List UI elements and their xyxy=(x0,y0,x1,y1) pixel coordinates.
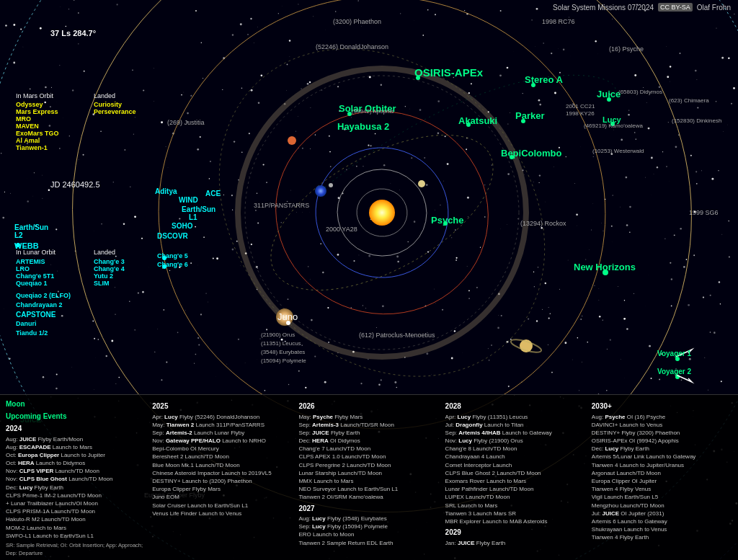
entry-swfo: SWFO-L1 Launch to Earth/Sun L1 xyxy=(6,532,146,540)
e2026-neo-surveyor: NEO Surveyor Launch to Earth/Sun L1 xyxy=(298,485,439,493)
e2028-srl: SRL Launch to Mars xyxy=(445,502,586,510)
e2030-artemis6: Artemis 6 Launch to Gateway xyxy=(592,517,732,525)
e2028-lucy-orus: Nov: Lucy Flyby (21900) Orus xyxy=(445,437,586,445)
panel-col-moon: Moon Upcoming Events 2024 Aug: JUICE Fly… xyxy=(6,399,146,556)
year-2029: 2029 xyxy=(445,528,586,538)
e2026-lunar-starship: Lunar Starship Launch/TD Moon xyxy=(298,469,439,477)
year-2024-col0: 2024 xyxy=(6,424,146,435)
e2027-ero: ERO Launch to Moon xyxy=(298,530,439,538)
e2026-psyche: May: Psyche Flyby Mars xyxy=(298,413,439,421)
e2027-lucy-polymele: Sep: Lucy Flyby (15094) Polymele xyxy=(298,523,439,530)
e2025-beresheet: Beresheet 2 Launch/TD Moon xyxy=(152,453,293,461)
e2028-exomars: Exomars Rover Launch to Mars xyxy=(445,477,586,485)
e2025-lucy-donald: Apr: Lucy Flyby (52246) DonaldJohanson xyxy=(152,413,293,421)
e2025-chinese-asteroid: Chinese Asteroid Impactor Launch to 2019… xyxy=(152,469,293,477)
e2030-tianwen4-earth: Tianwen 4 Flyby Earth xyxy=(592,533,732,541)
entry-clps-prime1: CLPS Prime-1 IM-2 Launch/TD Moon xyxy=(6,492,146,499)
e2028-lucy-leucus: Apr: Lucy Flyby (11351) Leucus xyxy=(445,413,586,421)
e2030-argonaut: Argonaut Launch/TD Moon xyxy=(592,469,732,477)
entry-mom2: MOM-2 Launch to Mars xyxy=(6,524,146,532)
e2026-juice: Sep: JUICE Flyby Earth xyxy=(298,429,439,437)
year-2026: 2026 xyxy=(298,401,439,412)
e2025-bepicolombo: Bepi-Colombo OI Mercury xyxy=(152,445,293,453)
e2025-tianwen2: May: Tianwen 2 Launch 311P/PanSTARRS xyxy=(152,421,293,429)
e2025-artemis2: Sep: Artemis-2 Launch Lunar Flyby xyxy=(152,429,293,437)
legend-text: SR: Sample Retrieval; OI: Orbit Insertio… xyxy=(6,542,146,556)
e2025-solar-cruiser: Solar Cruiser Launch to Earth/Sun L1 xyxy=(152,502,293,510)
e2028-dragonfly: Jul: Dragonfly Launch to Titan xyxy=(445,421,586,429)
e2030-tianwen4-venus: Tianwen 4 Flyby Venus xyxy=(592,485,732,493)
bottom-panel: Moon Upcoming Events 2024 Aug: JUICE Fly… xyxy=(0,394,738,560)
e2030-europa-clipper-oi: Europa Clipper OI Jupiter xyxy=(592,477,732,485)
entry-clps-viper: Nov: CLPS VIPER Launch/TD Moon xyxy=(6,467,146,475)
e2030-tianwen4-ju: Tianwen 4 Launch to Jupiter/Uranus xyxy=(592,461,732,469)
e2028-lunar-pathfinder: Lunar Pathfinder Launch/TD Moon xyxy=(445,485,586,493)
e2028-clps-blue2: CLPS Blue Ghost 2 Launch/TD Moon xyxy=(445,469,586,477)
e2026-hera: Dec: HERA OI Didymos xyxy=(298,437,439,445)
panel-col-2025: 2025 Apr: Lucy Flyby (52246) DonaldJohan… xyxy=(152,399,293,556)
e2025-blue-moon: Blue Moon Mk.1 Launch/TD Moon xyxy=(152,461,293,469)
entry-lunar-trailblazer: + Lunar Trailblazer Launch/OI Moon xyxy=(6,499,146,507)
e2030-vigil: Vigil Launch Earth/Sun L5 xyxy=(592,493,732,501)
e2030-shukrayaan: Shukrayaan Launch to Venus xyxy=(592,525,732,533)
panel-col-2030: 2030+ Aug: Psyche OI (16) Psyche DAVINCI… xyxy=(592,399,732,556)
moon-col-title: Moon xyxy=(6,399,146,410)
entry-lucy-flyby-earth: Dec: Lucy Flyby Earth xyxy=(6,484,146,492)
year-2025: 2025 xyxy=(152,401,293,412)
e2028-chandrayaan4: Chandrayaan 4 Launch xyxy=(445,453,586,461)
entry-juice-flyby: Aug: JUICE Flyby Earth/Moon xyxy=(6,435,146,443)
entry-clps-blue-ghost: Nov: CLPS Blue Ghost Launch/TD Moon xyxy=(6,475,146,483)
e2028-mbr: MBR Explorer Launch to MAB Asteroids xyxy=(445,517,586,525)
e2026-clps-peregrine: CLPS Peregrine 2 Launch/TD Moon xyxy=(298,461,439,469)
e2030-osiris-apex: OSIRIS-APEx OI (99942) Apophis xyxy=(592,437,732,445)
year-2028: 2028 xyxy=(445,401,586,412)
upcoming-events-title: Upcoming Events xyxy=(6,412,146,422)
e2026-change7: Chang'e 7 Launch/TD Moon xyxy=(298,445,439,453)
e2030-artemis5: Artemis 5/Lunar Link Launch to Gateway xyxy=(592,453,732,461)
e2026-artemis3: Sep: Artemis-3 Launch/TD/SR Moon xyxy=(298,421,439,429)
panel-col-2028: 2028 Apr: Lucy Flyby (11351) Leucus Jul:… xyxy=(445,399,586,556)
e2030-mengzhou: Mengzhou Launch/TD Moon xyxy=(592,502,732,510)
e2027-lucy-eurybates: Aug: Lucy Flyby (3548) Eurybates xyxy=(298,515,439,523)
entry-hakuto: Hakuto-R M2 Launch/TD Moon xyxy=(6,515,146,523)
e2027-tianwen2-sample: Tianwen 2 Sample Return EDL Earth xyxy=(298,539,439,547)
e2028-tianwen3: Tianwen 3 Launch Mars SR xyxy=(445,510,586,517)
e2028-change8: Chang'e 8 Launch/TD Moon xyxy=(445,445,586,453)
e2030-davinci: DAVINCI+ Launch to Venus xyxy=(592,421,732,429)
e2030-destiny-flyby: DESTINY+ Flyby (3200) Phaethon xyxy=(592,429,732,437)
panel-col-2026: 2026 May: Psyche Flyby Mars Sep: Artemis… xyxy=(298,399,439,556)
e2030-lucy-earth: Dec: Lucy Flyby Earth xyxy=(592,445,732,453)
year-2030: 2030+ xyxy=(592,401,732,412)
e2028-comet-interceptor: Comet Interceptor Launch xyxy=(445,461,586,469)
entry-hera: Oct: HERA Launch to Didymos xyxy=(6,459,146,467)
e2030-juice-oi: Jul: JUICE OI Jupiter (2031) xyxy=(592,510,732,517)
e2026-clps-apex: CLPS APEX 1.0 Launch/TD Moon xyxy=(298,453,439,461)
year-2027: 2027 xyxy=(298,504,439,515)
e2026-tianwen2-oi: Tianwen 2 OI/SRM Kamo'oalewa xyxy=(298,493,439,501)
e2030-psyche-oi: Aug: Psyche OI (16) Psyche xyxy=(592,413,732,421)
e2028-artemis4: Sep: Artemis 4/IHAB Launch to Gateway xyxy=(445,429,586,437)
e2025-gateway: Nov: Gateway PPE/HALO Launch to NRHO xyxy=(152,437,293,445)
entry-clps-prism: CLPS PRISM-1A Launch/TD Moon xyxy=(6,507,146,515)
e2029-juice: Jan: JUICE Flyby Earth xyxy=(445,539,586,547)
e2026-mmx: MMX Launch to Mars xyxy=(298,477,439,485)
entry-europa-clipper: Oct: Europa Clipper Launch to Jupiter xyxy=(6,451,146,459)
e2025-juno-eom: Juno EOM xyxy=(152,493,293,501)
e2028-lupex: LUPEX Launch/TD Moon xyxy=(445,493,586,501)
e2025-europa-clipper-flyby: Europa Clipper Flyby Mars xyxy=(152,485,293,493)
e2025-venus-life: Venus Life Finder Launch to Venus xyxy=(152,510,293,517)
e2025-destiny: DESTINY+ Launch to (3200) Phaethon xyxy=(152,477,293,485)
entry-escapade: Aug: ESCAPADE Launch to Mars xyxy=(6,443,146,451)
